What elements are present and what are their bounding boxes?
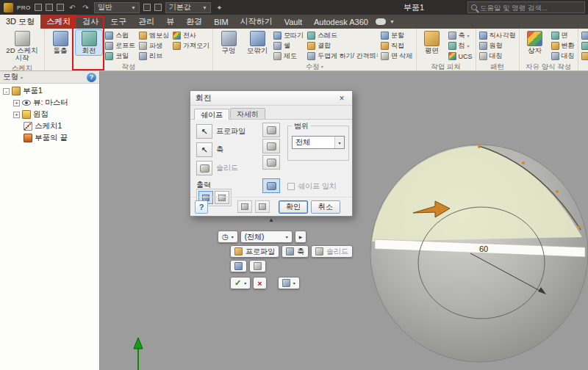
chamfer-button[interactable]: 모따기 xyxy=(273,31,304,40)
rib-button[interactable]: 리브 xyxy=(138,51,170,61)
fillet-button[interactable]: 모깎기 xyxy=(244,30,270,55)
emboss-button[interactable]: 엠보싱 xyxy=(138,31,170,40)
mini-solid-button[interactable]: 솔리드 xyxy=(311,245,353,258)
preview-button-2[interactable] xyxy=(255,200,270,213)
extents-mode-button[interactable]: ◷ ▾ xyxy=(218,231,238,243)
mini-play-button[interactable]: ▶ xyxy=(295,231,307,243)
sweep-button[interactable]: 스윕 xyxy=(104,31,136,40)
3d-viewport[interactable]: 60 회전 × 쉐이프 자세히 ↖ 프로파일 xyxy=(100,71,588,370)
help-icon[interactable]: ? xyxy=(195,200,208,214)
chevron-down-icon[interactable]: ▾ xyxy=(21,75,23,80)
freeform-box-button[interactable]: 상자 xyxy=(522,30,548,55)
draft-button[interactable]: 제도 xyxy=(273,51,304,61)
circular-pattern-button[interactable]: 원형 xyxy=(478,41,517,51)
measure-icon[interactable] xyxy=(143,4,151,11)
delete-face-button[interactable]: 면 삭제 xyxy=(380,51,414,61)
mini-output-surface-button[interactable] xyxy=(249,260,266,272)
help-search-box[interactable] xyxy=(467,1,585,13)
help-icon[interactable]: ? xyxy=(87,73,96,82)
tab-get-started[interactable]: 시작하기 xyxy=(234,15,279,29)
appearance-icon[interactable] xyxy=(154,4,162,11)
tab-more[interactable]: 자세히 xyxy=(230,108,265,119)
tree-item-end-of-part[interactable]: 부품의 끝 xyxy=(10,132,99,144)
tab-tools[interactable]: 도구 xyxy=(104,15,132,29)
freeform-symmetry-button[interactable]: 대칭 xyxy=(551,51,576,61)
dialog-collapse-icon[interactable]: ▲ xyxy=(265,217,278,223)
tree-item-origin[interactable]: + 원점 xyxy=(10,109,99,120)
new-solid-button[interactable] xyxy=(262,178,280,193)
mini-options-button[interactable]: ▾ xyxy=(278,277,300,289)
mini-profile-button[interactable]: 프로파일 xyxy=(230,245,279,258)
extrude-button[interactable]: 돌출 xyxy=(47,30,74,55)
derive-button[interactable]: 파생 xyxy=(138,41,170,51)
redo-icon[interactable]: ↷ xyxy=(81,3,90,12)
undo-icon[interactable]: ↶ xyxy=(68,3,77,12)
tree-item-view-master[interactable]: + 뷰: 마스터 xyxy=(10,97,99,109)
chevron-down-icon[interactable]: ▼ xyxy=(387,15,397,29)
shell-button[interactable]: 쉘 xyxy=(273,41,304,51)
a360-cloud-icon[interactable] xyxy=(376,18,386,25)
stitch-button[interactable]: 스티치 xyxy=(581,31,588,40)
loft-button[interactable]: 로프트 xyxy=(104,41,136,51)
intersect-button[interactable] xyxy=(262,155,280,170)
new-file-icon[interactable] xyxy=(35,4,42,11)
work-axis-button[interactable]: 축 ▾ xyxy=(448,31,473,40)
freeform-face-button[interactable]: 면 xyxy=(551,31,576,40)
tab-manage[interactable]: 관리 xyxy=(132,15,160,29)
open-file-icon[interactable] xyxy=(46,4,53,11)
material-style-combo[interactable]: 일반 ▼ xyxy=(94,2,140,13)
group-label-modify[interactable]: 수정 ▾ xyxy=(213,62,416,71)
sculpt-button[interactable]: 조각 xyxy=(581,51,588,61)
ok-button[interactable]: 확인 xyxy=(279,200,308,214)
dialog-titlebar[interactable]: 회전 × xyxy=(190,91,352,106)
thicken-offset-button[interactable]: 두껍게 하기/ 간격띄우기 xyxy=(306,51,378,61)
tab-3d-model[interactable]: 3D 모형 xyxy=(0,15,40,29)
mini-extents-dropdown[interactable]: (전체) ▾ xyxy=(240,231,293,243)
sweep-brush-icon[interactable]: ✦ xyxy=(215,3,224,12)
tab-vault[interactable]: Vault xyxy=(279,15,308,29)
join-button[interactable] xyxy=(262,123,280,137)
dimension-label[interactable]: 60 xyxy=(479,244,488,253)
axis-select-button[interactable]: ↖ xyxy=(196,142,212,157)
split-button[interactable]: 분할 xyxy=(380,31,414,40)
app-logo-icon[interactable] xyxy=(4,3,13,12)
mini-cancel-button[interactable]: × xyxy=(253,277,266,289)
import-button[interactable]: 가져오기 xyxy=(172,41,210,51)
expand-icon[interactable]: + xyxy=(13,112,20,118)
close-icon[interactable]: × xyxy=(337,93,347,104)
work-point-button[interactable]: 점 ▾ xyxy=(448,41,473,51)
mini-axis-button[interactable]: 축 xyxy=(282,245,309,258)
mirror-button[interactable]: 대칭 xyxy=(478,51,517,61)
collapse-icon[interactable]: - xyxy=(3,88,10,95)
preview-button-1[interactable] xyxy=(237,200,252,213)
tab-view[interactable]: 뷰 xyxy=(160,15,180,29)
tab-environments[interactable]: 환경 xyxy=(180,15,208,29)
combine-button[interactable]: 결합 xyxy=(306,41,378,51)
start-2d-sketch-button[interactable]: 2D 스케치 시작 xyxy=(2,30,42,62)
tree-item-sketch1[interactable]: 스케치1 xyxy=(10,120,99,132)
tab-inspect[interactable]: 검사 xyxy=(76,15,104,29)
appearance-combo[interactable]: 기본값 ▼ xyxy=(165,2,211,13)
cut-button[interactable] xyxy=(262,139,280,153)
expand-icon[interactable]: + xyxy=(13,100,20,106)
cancel-button[interactable]: 취소 xyxy=(311,200,340,214)
decal-button[interactable]: 전사 xyxy=(172,31,210,40)
match-shape-checkbox[interactable] xyxy=(287,183,295,190)
profile-select-button[interactable]: ↖ xyxy=(196,124,212,139)
ucs-button[interactable]: UCS xyxy=(448,51,473,61)
save-icon[interactable] xyxy=(57,4,64,11)
solid-select-button[interactable] xyxy=(196,161,212,175)
patch-button[interactable]: 패치 xyxy=(581,41,588,51)
mini-output-solid-button[interactable] xyxy=(230,260,247,272)
tree-item-part[interactable]: - 부품1 xyxy=(0,85,99,97)
mini-ok-button[interactable]: ✓ ▾ xyxy=(230,277,251,289)
tab-bim[interactable]: BIM xyxy=(208,15,234,29)
coil-button[interactable]: 코일 xyxy=(104,51,136,61)
direct-edit-button[interactable]: 직접 xyxy=(380,41,414,51)
thread-button[interactable]: 스레드 xyxy=(306,31,378,40)
tab-sketch[interactable]: 스케치 xyxy=(40,15,76,29)
search-input[interactable] xyxy=(480,4,581,12)
freeform-convert-button[interactable]: 변환 xyxy=(551,41,576,51)
plane-button[interactable]: 평면 xyxy=(419,30,445,55)
rectangular-pattern-button[interactable]: 직사각형 xyxy=(478,31,517,40)
